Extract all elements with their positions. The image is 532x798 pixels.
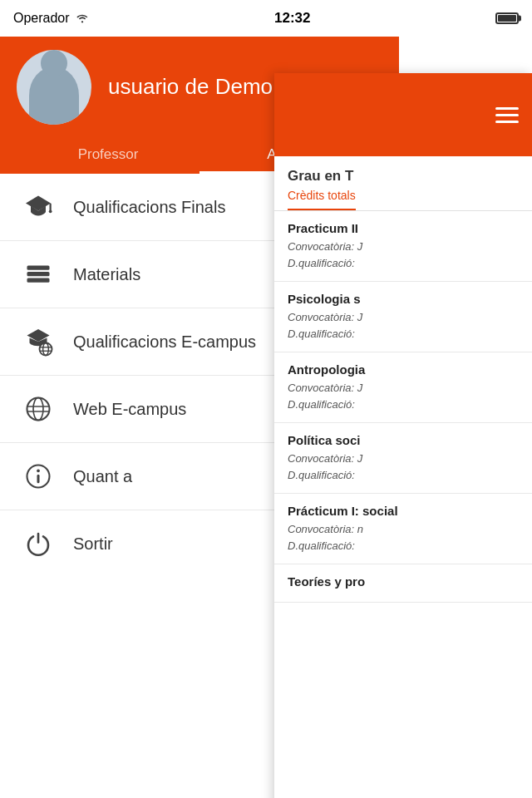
course-dqualificacio: D.qualificació: <box>288 397 519 413</box>
info-circle-icon <box>20 458 57 495</box>
globe-icon <box>20 391 57 427</box>
svg-rect-5 <box>27 278 50 283</box>
course-convocatoria: Convocatòria: J <box>288 380 519 397</box>
svg-rect-3 <box>27 266 50 270</box>
right-panel-content: Grau en T Crèdits totals Practicum II Co… <box>274 156 532 798</box>
qualificacions-ecampus-label: Qualificacions E-campus <box>73 332 256 352</box>
status-left: Operador <box>13 11 90 26</box>
course-convocatoria: Convocatòria: J <box>288 309 519 326</box>
wifi-icon <box>75 12 90 26</box>
right-panel-header <box>274 73 532 156</box>
materials-label: Materials <box>73 265 140 284</box>
svg-rect-16 <box>37 475 40 484</box>
course-dqualificacio: D.qualificació: <box>288 326 519 342</box>
power-icon <box>20 525 57 562</box>
avatar <box>17 50 91 125</box>
svg-rect-1 <box>50 204 52 211</box>
course-name: Teoríes y pro <box>288 574 519 589</box>
course-convocatoria: Convocatòria: n <box>288 521 519 538</box>
graduation-globe-icon <box>20 323 57 360</box>
battery-icon <box>495 12 519 24</box>
course-item-psicologia[interactable]: Psicologia s Convocatòria: J D.qualifica… <box>274 282 532 352</box>
course-name: Psicologia s <box>288 292 519 306</box>
graduation-cap-icon <box>20 189 57 225</box>
course-item-politica[interactable]: Política soci Convocatòria: J D.qualific… <box>274 423 532 494</box>
course-item-practicum-i[interactable]: Prácticum I: social Convocatòria: n D.qu… <box>274 494 532 564</box>
svg-point-17 <box>37 469 40 472</box>
course-convocatoria: Convocatòria: J <box>288 451 519 467</box>
quant-a-label: Quant a <box>73 467 132 486</box>
svg-point-12 <box>33 398 43 421</box>
right-panel: Grau en T Crèdits totals Practicum II Co… <box>274 73 532 798</box>
books-icon <box>20 256 57 293</box>
panel-title-section: Grau en T Crèdits totals <box>274 156 532 211</box>
svg-point-2 <box>49 209 52 213</box>
svg-point-7 <box>40 343 52 356</box>
course-name: Antropologia <box>288 362 519 377</box>
course-dqualificacio: D.qualificació: <box>288 255 519 272</box>
course-item-practicum-ii[interactable]: Practicum II Convocatòria: J D.qualifica… <box>274 211 532 282</box>
status-bar: Operador 12:32 <box>0 0 532 37</box>
course-name: Prácticum I: social <box>288 504 519 518</box>
course-name: Practicum II <box>288 221 519 235</box>
course-name: Política soci <box>288 433 519 447</box>
operator-label: Operador <box>13 11 70 26</box>
panel-title: Grau en T <box>288 168 519 185</box>
sortir-label: Sortir <box>73 534 113 554</box>
status-time: 12:32 <box>274 10 310 27</box>
svg-marker-0 <box>26 196 51 211</box>
course-dqualificacio: D.qualificació: <box>288 538 519 554</box>
hamburger-menu-button[interactable] <box>495 107 519 123</box>
status-right <box>495 12 519 24</box>
course-convocatoria: Convocatòria: J <box>288 239 519 255</box>
tab-professor[interactable]: Professor <box>17 138 200 174</box>
user-name: usuario de Demo <box>108 74 273 100</box>
course-item-antropologia[interactable]: Antropologia Convocatòria: J D.qualifica… <box>274 352 532 423</box>
course-dqualificacio: D.qualificació: <box>288 467 519 484</box>
course-item-theories[interactable]: Teoríes y pro <box>274 564 532 603</box>
svg-rect-4 <box>27 272 50 276</box>
svg-point-11 <box>27 398 50 421</box>
web-ecampus-label: Web E-campus <box>73 400 186 419</box>
panel-subtitle: Crèdits totals <box>288 189 356 210</box>
qualificacions-finals-label: Qualificacions Finals <box>73 198 225 217</box>
